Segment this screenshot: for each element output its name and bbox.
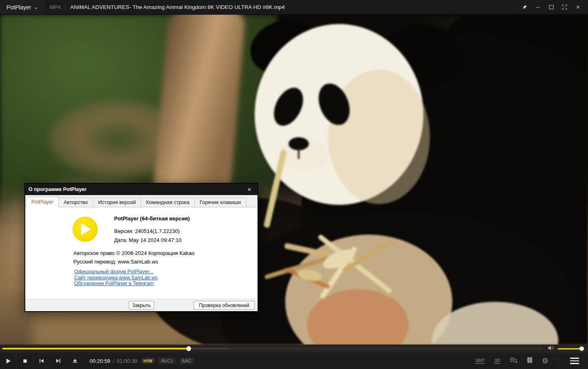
close-button[interactable]: Закрыть bbox=[129, 301, 154, 310]
eject-button[interactable] bbox=[67, 353, 84, 369]
potplayer-window: PotPlayer MP4 ANIMAL ADVENTURES- The Ama… bbox=[0, 0, 588, 369]
control-bar: 00:20:59 / 01:00:39 H/W AVC1 AAC 360° 3D… bbox=[0, 353, 588, 369]
about-copyright: Авторское право © 2006-2024 Корпорация K… bbox=[73, 250, 194, 256]
pin-icon[interactable] bbox=[518, 0, 531, 14]
play-button[interactable] bbox=[0, 353, 17, 369]
previous-button[interactable] bbox=[33, 353, 50, 369]
log-panel-icon[interactable] bbox=[527, 357, 533, 365]
total-duration: 01:00:39 bbox=[117, 358, 137, 364]
format-badge: MP4 bbox=[50, 4, 61, 10]
dialog-content: PotPlayer (64-битная версия) Версия: 240… bbox=[25, 207, 258, 299]
video-codec-badge: AVC1 bbox=[159, 358, 176, 364]
volume-slider[interactable] bbox=[558, 348, 585, 349]
speaker-icon[interactable] bbox=[548, 345, 554, 352]
link-official-forum[interactable]: Официальный форум PotPlayer... bbox=[74, 269, 158, 275]
playlist-search-icon[interactable] bbox=[510, 357, 518, 365]
seek-row bbox=[0, 345, 588, 353]
window-controls: ─ ✕ bbox=[514, 0, 588, 14]
right-controls: 360° 3D ⚙ bbox=[475, 356, 588, 365]
title-separator bbox=[65, 4, 66, 10]
link-telegram[interactable]: Обсуждение PotPlayer в Telegram bbox=[74, 281, 158, 287]
controls-separator bbox=[514, 3, 514, 11]
app-menu-button[interactable]: PotPlayer bbox=[0, 0, 44, 14]
minimize-icon[interactable]: ─ bbox=[531, 0, 544, 14]
about-version: Версия: 240514(1.7.22230) bbox=[114, 228, 180, 234]
time-separator: / bbox=[113, 358, 115, 364]
dialog-tabs: PotPlayer Авторство История версий Коман… bbox=[25, 195, 258, 207]
tab-hotkeys[interactable]: Горячие клавиши bbox=[194, 198, 246, 207]
dialog-titlebar[interactable]: О программе PotPlayer ✕ bbox=[25, 184, 258, 195]
video-area[interactable]: О программе PotPlayer ✕ PotPlayer Авторс… bbox=[0, 15, 588, 345]
time-display: 00:20:59 / 01:00:39 bbox=[90, 358, 137, 364]
tab-authorship[interactable]: Авторство bbox=[58, 198, 93, 207]
check-updates-button[interactable]: Проверка обновлений bbox=[194, 301, 255, 310]
seek-bar[interactable] bbox=[2, 348, 542, 349]
settings-gear-icon[interactable]: ⚙ bbox=[542, 357, 548, 365]
app-menu-label: PotPlayer bbox=[7, 4, 31, 11]
volume-level[interactable] bbox=[558, 348, 582, 349]
link-translator-site[interactable]: Сайт переводчика www.SamLab.ws bbox=[74, 275, 158, 281]
maximize-icon[interactable] bbox=[544, 0, 558, 14]
about-dialog: О программе PotPlayer ✕ PotPlayer Авторс… bbox=[24, 183, 258, 312]
3d-mode-icon[interactable]: 3D bbox=[494, 358, 500, 364]
close-icon[interactable]: ✕ bbox=[571, 0, 585, 14]
window-title: ANIMAL ADVENTURES- The Amazing Animal Ki… bbox=[70, 4, 284, 10]
current-time: 00:20:59 bbox=[90, 358, 110, 364]
hw-decoding-badge: H/W bbox=[141, 358, 155, 364]
about-links: Официальный форум PotPlayer... Сайт пере… bbox=[74, 269, 158, 287]
titlebar: PotPlayer MP4 ANIMAL ADVENTURES- The Ama… bbox=[0, 0, 588, 15]
playlist-menu-icon[interactable] bbox=[568, 358, 584, 364]
about-heading: PotPlayer (64-битная версия) bbox=[114, 215, 190, 222]
tab-potplayer[interactable]: PotPlayer bbox=[26, 197, 59, 207]
dialog-title: О программе PotPlayer bbox=[29, 187, 86, 192]
tab-command-line[interactable]: Командная строка bbox=[141, 198, 195, 207]
next-button[interactable] bbox=[50, 353, 67, 369]
potplayer-logo bbox=[73, 217, 98, 242]
about-translation: Русский перевод: www.SamLab.ws bbox=[73, 259, 158, 265]
about-date: Дата: May 14 2024 09:47:10 bbox=[114, 237, 181, 243]
dialog-footer: Закрыть Проверка обновлений bbox=[25, 299, 258, 311]
seek-progress[interactable] bbox=[2, 348, 189, 349]
chevron-down-icon bbox=[34, 4, 38, 11]
360-view-icon[interactable]: 360° bbox=[475, 358, 485, 364]
audio-codec-badge: AAC bbox=[179, 358, 194, 364]
tab-version-history[interactable]: История версий bbox=[93, 198, 141, 207]
stop-button[interactable] bbox=[17, 353, 33, 369]
volume-group bbox=[548, 345, 585, 353]
right-separator bbox=[558, 356, 558, 365]
dialog-close-icon[interactable]: ✕ bbox=[244, 187, 254, 193]
fullscreen-icon[interactable] bbox=[558, 0, 571, 14]
